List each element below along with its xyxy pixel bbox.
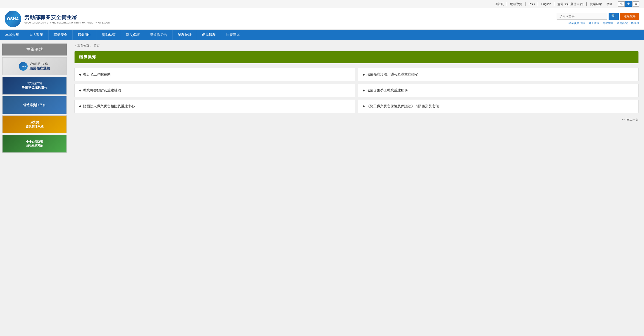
sidebar-title: 主題網站 [2,44,67,56]
org-name: 勞動部職業安全衛生署 [24,14,110,21]
breadcrumb-icon: » [74,44,76,47]
sidebar-item-3-main: 營造業資訊平台 [23,103,46,108]
font-small-btn[interactable]: 小 [618,2,625,7]
quick-link-disease[interactable]: 職業病 [631,21,640,25]
sidebar-item-1-top: 災保法第 73 條 [30,62,50,66]
sidebar-item-2-main: 事業單位職災通報 [22,85,48,90]
quick-link-disaster[interactable]: 職業災害預防 [568,21,585,25]
logo-area: OSHA 勞動部職業安全衛生署 OCCUPATIONAL SAFETY AND … [4,11,110,27]
card-label-4: 財團法人職業災害預防及重建中心 [83,104,135,108]
card-row-3: 財團法人職業災害預防及重建中心 《勞工職業災害保險及保護法》有關職業災害預... [74,100,638,113]
card-item-4[interactable]: 財團法人職業災害預防及重建中心 [74,100,355,113]
card-label-3: 職業災害勞工職業重建服務 [366,88,408,93]
osha-badge-icon: OSHA [19,62,28,71]
sidebar-item-5-text: 中小企業臨場 服務補助系統 [26,139,43,148]
quick-link-overwork[interactable]: 過勞認定 [617,21,628,25]
org-name-en: OCCUPATIONAL SAFETY AND HEALTH ADMINISTR… [24,22,110,24]
card-row-1: 職災勞工津貼補助 職業傷病診治、通報及職業病鑑定 [74,68,638,81]
sidebar-item-3-text: 營造業資訊平台 [23,103,46,108]
sidebar-item-2-top: 職安法第37條 [22,82,48,85]
top-bar: 回首頁 │ 網站導覽 │ RSS │ English │ 意見信箱(勞檢申訴) … [0,0,644,8]
sidebar-item-sme-service[interactable]: 中小企業臨場 服務補助系統 [2,135,67,153]
quick-link-inspection[interactable]: 勞動檢查 [602,21,614,25]
main-layout: 主題網站 OSHA 災保法第 73 條 職業傷病通報 職安法第37條 事業單位職… [0,40,644,178]
top-bar-links: 回首頁 │ 網站導覽 │ RSS │ English │ 意見信箱(勞檢申訴) … [4,2,640,7]
nav-news[interactable]: 新聞與公告 [145,30,173,40]
card-item-5[interactable]: 《勞工職業災害保險及保護法》有關職業災害預... [358,100,638,113]
quick-link-health[interactable]: 勞工健康 [588,21,600,25]
font-large-btn[interactable]: 大 [632,2,640,7]
sitemap-link[interactable]: 網站導覽 [510,2,522,6]
osha-logo-text: OSHA [7,17,19,22]
main-nav: 本署介紹 重大政策 職業安全 職業衛生 勞動檢查 職災保護 新聞與公告 業務統計… [0,30,644,40]
nav-safety[interactable]: 職業安全 [48,30,73,40]
feedback-link[interactable]: 意見信箱(勞檢申訴) [558,2,584,6]
card-label-0: 職災勞工津貼補助 [83,72,111,77]
bilingual-link[interactable]: 雙語辭彙 [590,2,602,6]
font-medium-btn[interactable]: 中 [625,2,632,7]
sidebar-item-1-text: 災保法第 73 條 職業傷病通報 [30,62,50,71]
sep5: │ [586,2,588,6]
card-label-2: 職業災害預防及重建補助 [83,88,121,93]
nav-protection[interactable]: 職災保護 [121,30,145,40]
card-label-5: 《勞工職業災害保險及保護法》有關職業災害預... [366,104,442,108]
section-title: 職災保護 [74,51,638,63]
card-item-1[interactable]: 職業傷病診治、通報及職業病鑑定 [358,68,638,81]
sep4: │ [554,2,555,6]
bullet-icon-0 [79,74,81,76]
card-item-0[interactable]: 職災勞工津貼補助 [74,68,355,81]
sep1: │ [506,2,508,6]
sidebar-item-5-top: 中小企業臨場 [26,139,43,144]
nav-inspection[interactable]: 勞動檢查 [97,30,121,40]
back-label: 回上一頁 [626,118,638,121]
content-area: » 現在位置： 首頁 職災保護 職災勞工津貼補助 職業傷病診治、通報及職業病鑑定… [69,40,644,178]
nav-policy[interactable]: 重大政策 [24,30,48,40]
nav-laws[interactable]: 法規專區 [221,30,245,40]
sidebar-item-2-text: 職安法第37條 事業單位職災通報 [22,82,48,90]
sidebar: 主題網站 OSHA 災保法第 73 條 職業傷病通報 職安法第37條 事業單位職… [0,40,69,178]
logo-circle: OSHA [4,11,21,27]
font-size-buttons: 小 中 大 [618,2,640,7]
rss-link[interactable]: RSS [529,2,535,6]
sidebar-item-4-main: 資訊管理系統 [26,124,44,129]
bullet-icon-3 [363,90,364,91]
breadcrumb: » 現在位置： 首頁 [74,44,638,48]
search-input[interactable] [556,13,607,20]
sidebar-item-1-main: 職業傷病通報 [30,66,50,71]
card-label-1: 職業傷病診治、通報及職業病鑑定 [366,72,418,77]
sidebar-item-construction-platform[interactable]: 營造業資訊平台 [2,96,67,114]
home-link[interactable]: 回首頁 [495,2,504,6]
advanced-search-button[interactable]: 進階搜尋 [620,13,640,20]
breadcrumb-path: 首頁 [94,44,100,48]
sep3: │ [537,2,539,6]
sidebar-item-gold-safety-award[interactable]: 金安獎 資訊管理系統 [2,115,67,133]
back-arrow-icon: ⇦ [622,118,625,121]
sidebar-item-workplace-report[interactable]: 職安法第37條 事業單位職災通報 [2,77,67,95]
search-area: 🔍 進階搜尋 [556,13,640,20]
header-right: 🔍 進階搜尋 職業災害預防 勞工健康 勞動檢查 過勞認定 職業病 [556,13,640,25]
bullet-icon-1 [363,74,364,76]
card-item-3[interactable]: 職業災害勞工職業重建服務 [358,84,638,97]
bullet-icon-4 [79,105,81,107]
header: OSHA 勞動部職業安全衛生署 OCCUPATIONAL SAFETY AND … [0,8,644,30]
nav-intro[interactable]: 本署介紹 [0,30,24,40]
back-link[interactable]: ⇦ 回上一頁 [74,117,638,122]
search-button[interactable]: 🔍 [608,13,619,20]
nav-stats[interactable]: 業務統計 [173,30,197,40]
bullet-icon-2 [79,90,81,91]
bullet-icon-5 [363,105,364,107]
logo-text-area: 勞動部職業安全衛生署 OCCUPATIONAL SAFETY AND HEALT… [24,14,110,24]
nav-health[interactable]: 職業衛生 [73,30,97,40]
sidebar-item-5-main: 服務補助系統 [26,144,43,148]
sidebar-item-4-text: 金安獎 資訊管理系統 [26,120,44,129]
english-link[interactable]: English [541,2,551,6]
sidebar-item-4-top: 金安獎 [26,120,44,125]
breadcrumb-label: 現在位置： [77,44,92,48]
nav-service[interactable]: 便民服務 [197,30,221,40]
quick-links: 職業災害預防 勞工健康 勞動檢查 過勞認定 職業病 [568,21,640,25]
card-item-2[interactable]: 職業災害預防及重建補助 [74,84,355,97]
font-size-label: 字級： [606,2,616,6]
card-row-2: 職業災害預防及重建補助 職業災害勞工職業重建服務 [74,84,638,97]
sidebar-item-injury-report[interactable]: OSHA 災保法第 73 條 職業傷病通報 [2,57,67,75]
sep2: │ [524,2,526,6]
